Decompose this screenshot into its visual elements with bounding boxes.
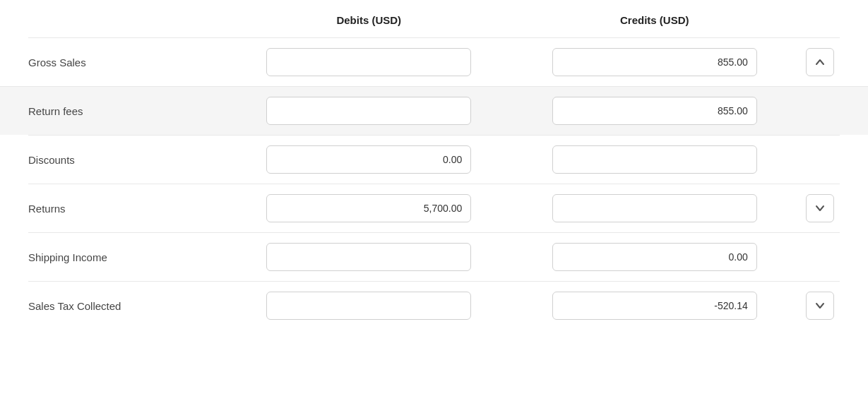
debit-input-discounts[interactable] [266, 145, 471, 174]
button-column-header [797, 14, 840, 26]
label-column-header [28, 14, 226, 26]
debit-input-sales-tax-collected[interactable] [266, 292, 471, 320]
credit-column-header: Credits (USD) [512, 14, 798, 26]
credit-cell-sales-tax-collected [512, 292, 798, 320]
debit-input-gross-sales[interactable] [266, 48, 471, 76]
chevron-down-icon [815, 301, 825, 311]
debit-cell-returns [226, 194, 512, 222]
table-row-return-fees: Return fees [0, 86, 868, 135]
table-row-shipping-income: Shipping Income [28, 232, 840, 281]
rows-container: Gross Sales Return feesDiscountsReturns … [28, 37, 840, 330]
credit-input-return-fees[interactable] [552, 97, 757, 125]
credit-cell-shipping-income [512, 243, 798, 271]
table-header: Debits (USD) Credits (USD) [28, 14, 840, 37]
chevron-down-icon [815, 203, 825, 213]
table-row-discounts: Discounts [28, 135, 840, 184]
credit-cell-return-fees [512, 97, 798, 125]
row-label-shipping-income: Shipping Income [28, 251, 226, 263]
credit-cell-returns [512, 194, 798, 222]
credit-cell-gross-sales [512, 48, 798, 76]
credit-input-sales-tax-collected[interactable] [552, 292, 757, 320]
chevron-up-icon [815, 57, 825, 67]
row-label-returns: Returns [28, 203, 226, 215]
debit-input-shipping-income[interactable] [266, 243, 471, 271]
debit-input-returns[interactable] [266, 194, 471, 222]
debit-cell-discounts [226, 145, 512, 174]
table-row-gross-sales: Gross Sales [28, 37, 840, 86]
credit-cell-discounts [512, 145, 798, 174]
credit-input-discounts[interactable] [552, 145, 757, 174]
row-label-sales-tax-collected: Sales Tax Collected [28, 300, 226, 312]
debit-cell-return-fees [226, 97, 512, 125]
credit-input-returns[interactable] [552, 194, 757, 222]
expand-button-returns[interactable] [806, 194, 834, 222]
expand-button-gross-sales[interactable] [806, 48, 834, 76]
table-row-sales-tax-collected: Sales Tax Collected [28, 281, 840, 330]
row-label-return-fees: Return fees [28, 105, 226, 117]
debit-input-return-fees[interactable] [266, 97, 471, 125]
debit-column-header: Debits (USD) [226, 14, 512, 26]
row-label-gross-sales: Gross Sales [28, 56, 226, 68]
row-label-discounts: Discounts [28, 154, 226, 166]
debit-cell-sales-tax-collected [226, 292, 512, 320]
expand-button-sales-tax-collected[interactable] [806, 292, 834, 320]
expand-cell-gross-sales [797, 48, 840, 76]
table-row-returns: Returns [28, 184, 840, 232]
debit-cell-gross-sales [226, 48, 512, 76]
credit-input-gross-sales[interactable] [552, 48, 757, 76]
credit-input-shipping-income[interactable] [552, 243, 757, 271]
debit-cell-shipping-income [226, 243, 512, 271]
expand-cell-sales-tax-collected [797, 292, 840, 320]
expand-cell-returns [797, 194, 840, 222]
main-container: Debits (USD) Credits (USD) Gross Sales R… [0, 0, 868, 401]
